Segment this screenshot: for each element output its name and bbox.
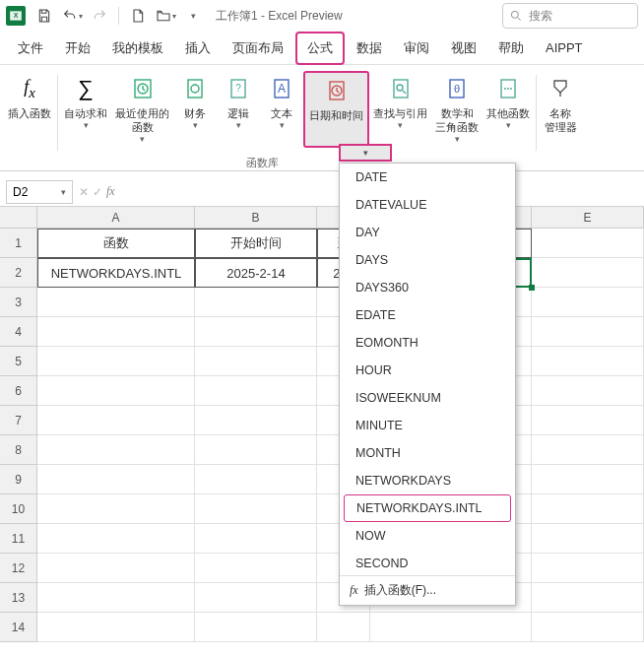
financial-button[interactable]: 财务 ▾: [173, 71, 217, 148]
row-header-11[interactable]: 11: [0, 524, 37, 554]
tab-数据[interactable]: 数据: [347, 33, 392, 63]
cell-A7[interactable]: [37, 406, 195, 435]
cell-A4[interactable]: [37, 317, 195, 347]
cell-D14[interactable]: [370, 613, 532, 642]
row-header-8[interactable]: 8: [0, 435, 37, 465]
date-time-button[interactable]: 日期和时间: [303, 71, 369, 148]
cell-A3[interactable]: [37, 288, 195, 317]
cell-B14[interactable]: [195, 613, 317, 642]
tab-帮助[interactable]: 帮助: [488, 33, 534, 63]
save-button[interactable]: [32, 3, 57, 29]
name-box[interactable]: D2 ▾: [6, 180, 73, 204]
cell-A13[interactable]: [37, 583, 195, 613]
more-functions-button[interactable]: 其他函数 ▾: [483, 71, 534, 148]
dropdown-item-now[interactable]: NOW: [340, 522, 515, 550]
row-header-3[interactable]: 3: [0, 288, 37, 317]
column-header-B[interactable]: B: [195, 207, 317, 229]
cell-C14[interactable]: [317, 613, 370, 642]
lookup-reference-button[interactable]: 查找与引用 ▾: [369, 71, 431, 148]
row-header-2[interactable]: 2: [0, 258, 37, 288]
row-header-13[interactable]: 13: [0, 583, 37, 613]
cell-B8[interactable]: [195, 435, 317, 465]
autosum-button[interactable]: ∑ 自动求和 ▾: [60, 71, 111, 148]
tab-开始[interactable]: 开始: [55, 33, 100, 63]
dropdown-item-month[interactable]: MONTH: [340, 439, 515, 467]
row-header-14[interactable]: 14: [0, 613, 37, 642]
name-manager-button[interactable]: 名称 管理器: [539, 71, 582, 148]
tab-公式[interactable]: 公式: [295, 32, 345, 65]
row-header-9[interactable]: 9: [0, 465, 37, 494]
dropdown-item-second[interactable]: SECOND: [340, 550, 515, 575]
search-box[interactable]: 搜索: [502, 3, 638, 29]
cell-A8[interactable]: [37, 435, 195, 465]
cell-E1[interactable]: [532, 229, 644, 258]
fx-icon[interactable]: fx: [106, 184, 115, 199]
tab-插入[interactable]: 插入: [175, 33, 221, 63]
row-header-6[interactable]: 6: [0, 376, 37, 406]
select-all-corner[interactable]: [0, 207, 37, 229]
cell-A11[interactable]: [37, 524, 195, 554]
recent-functions-button[interactable]: 最近使用的 函数 ▾: [111, 71, 173, 148]
dropdown-item-networkdays-intl[interactable]: NETWORKDAYS.INTL: [344, 494, 511, 522]
cell-A14[interactable]: [37, 613, 195, 642]
cell-E7[interactable]: [532, 406, 644, 435]
cell-B9[interactable]: [195, 465, 317, 494]
cell-A1[interactable]: 函数: [37, 229, 195, 258]
tab-页面布局[interactable]: 页面布局: [223, 33, 293, 63]
cell-A10[interactable]: [37, 494, 195, 524]
cell-E10[interactable]: [532, 494, 644, 524]
math-trig-button[interactable]: θ 数学和 三角函数 ▾: [431, 71, 483, 148]
dropdown-item-days360[interactable]: DAYS360: [340, 274, 515, 301]
row-header-10[interactable]: 10: [0, 494, 37, 524]
cell-B13[interactable]: [195, 583, 317, 613]
enter-icon[interactable]: ✓: [93, 185, 102, 199]
dropdown-item-networkdays[interactable]: NETWORKDAYS: [340, 467, 515, 494]
cell-E12[interactable]: [532, 554, 644, 583]
open-file-button[interactable]: ▾: [153, 3, 178, 29]
column-header-A[interactable]: A: [37, 207, 195, 229]
redo-button[interactable]: [87, 3, 112, 29]
cell-E3[interactable]: [532, 288, 644, 317]
dropdown-item-isoweeknum[interactable]: ISOWEEKNUM: [340, 384, 515, 412]
row-header-4[interactable]: 4: [0, 317, 37, 347]
cell-B11[interactable]: [195, 524, 317, 554]
row-header-12[interactable]: 12: [0, 554, 37, 583]
tab-视图[interactable]: 视图: [441, 33, 486, 63]
tab-AIPPT[interactable]: AIPPT: [536, 34, 593, 61]
text-button[interactable]: A 文本 ▾: [260, 71, 303, 148]
dropdown-item-edate[interactable]: EDATE: [340, 301, 515, 329]
cell-B10[interactable]: [195, 494, 317, 524]
cell-E2[interactable]: [532, 258, 644, 288]
cell-E6[interactable]: [532, 376, 644, 406]
cell-B6[interactable]: [195, 376, 317, 406]
dropdown-item-datevalue[interactable]: DATEVALUE: [340, 191, 515, 219]
dropdown-item-eomonth[interactable]: EOMONTH: [340, 329, 515, 357]
tab-我的模板[interactable]: 我的模板: [102, 33, 173, 63]
logical-button[interactable]: ? 逻辑 ▾: [217, 71, 260, 148]
cell-B2[interactable]: 2025-2-14: [195, 258, 317, 288]
spreadsheet-grid[interactable]: ABCDE 1函数开始时间到2NETWORKDAYS.INTL2025-2-14…: [0, 207, 644, 642]
dropdown-item-hour[interactable]: HOUR: [340, 357, 515, 384]
cell-E11[interactable]: [532, 524, 644, 554]
qat-customize-button[interactable]: ▾: [180, 3, 206, 29]
dropdown-item-minute[interactable]: MINUTE: [340, 412, 515, 439]
cell-A6[interactable]: [37, 376, 195, 406]
cell-E5[interactable]: [532, 347, 644, 376]
cancel-icon[interactable]: ✕: [79, 185, 89, 199]
dropdown-item-date[interactable]: DATE: [340, 164, 515, 191]
cell-E14[interactable]: [532, 613, 644, 642]
cell-A9[interactable]: [37, 465, 195, 494]
column-header-E[interactable]: E: [532, 207, 644, 229]
cell-E8[interactable]: [532, 435, 644, 465]
row-header-5[interactable]: 5: [0, 347, 37, 376]
row-header-7[interactable]: 7: [0, 406, 37, 435]
cell-E9[interactable]: [532, 465, 644, 494]
dropdown-item-days[interactable]: DAYS: [340, 246, 515, 274]
dropdown-list[interactable]: DATEDATEVALUEDAYDAYSDAYS360EDATEEOMONTHH…: [340, 164, 515, 575]
cell-B1[interactable]: 开始时间: [195, 229, 317, 258]
cell-B7[interactable]: [195, 406, 317, 435]
cell-A5[interactable]: [37, 347, 195, 376]
cell-E13[interactable]: [532, 583, 644, 613]
tab-文件[interactable]: 文件: [8, 33, 53, 63]
cell-A2[interactable]: NETWORKDAYS.INTL: [37, 258, 195, 288]
